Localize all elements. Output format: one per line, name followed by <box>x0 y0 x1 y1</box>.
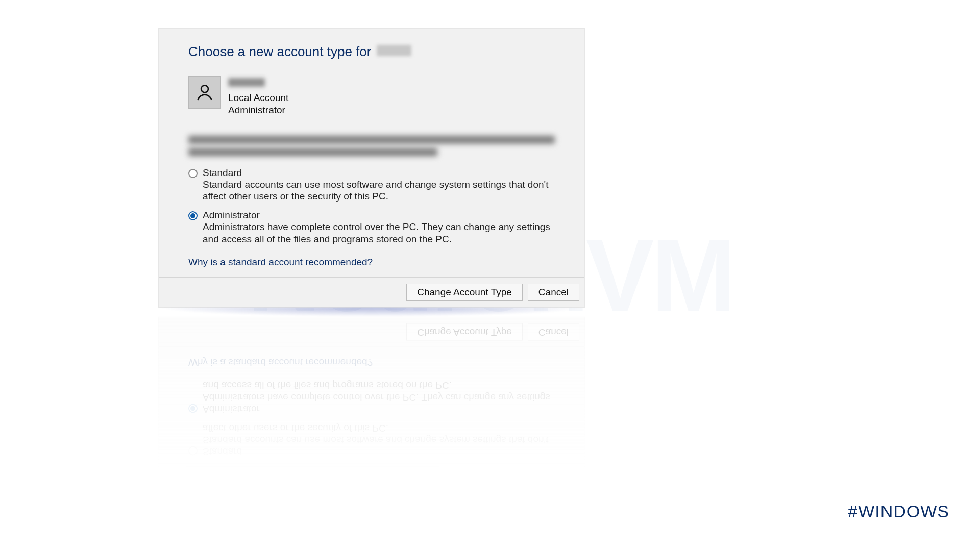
radio-administrator[interactable] <box>188 404 198 413</box>
option-standard[interactable]: Standard Standard accounts can use most … <box>188 421 555 457</box>
divider <box>159 347 584 347</box>
option-standard-label: Standard <box>203 446 555 457</box>
option-standard[interactable]: Standard Standard accounts can use most … <box>188 167 555 203</box>
redacted-description <box>188 136 555 156</box>
option-administrator-label: Administrator <box>203 210 555 221</box>
dialog-footer: Change Account Type Cancel <box>159 278 584 307</box>
option-standard-description: Standard accounts can use most software … <box>203 179 555 203</box>
account-role-label: Administrator <box>228 104 288 116</box>
account-summary: Local Account Administrator <box>188 76 555 116</box>
option-standard-label: Standard <box>203 167 555 179</box>
cancel-button[interactable]: Cancel <box>528 284 579 301</box>
change-account-type-button[interactable]: Change Account Type <box>406 284 523 301</box>
dialog-reflection: Choose a new account type for Local Acco… <box>158 317 585 552</box>
why-standard-link[interactable]: Why is a standard account recommended? <box>188 357 555 368</box>
radio-standard[interactable] <box>188 169 198 178</box>
person-icon <box>194 82 215 103</box>
hashtag: #WINDOWS <box>848 502 949 521</box>
radio-standard[interactable] <box>188 446 198 456</box>
avatar <box>188 515 221 548</box>
account-type-options: Standard Standard accounts can use most … <box>188 167 555 245</box>
account-summary: Local Account Administrator <box>188 508 555 548</box>
account-type-label: Local Account <box>228 92 288 104</box>
person-icon <box>194 521 215 542</box>
svg-point-1 <box>201 532 208 539</box>
page-title: Choose a new account type for <box>188 44 555 60</box>
option-standard-description: Standard accounts can use most software … <box>203 421 555 446</box>
redacted-username <box>228 78 265 87</box>
option-administrator[interactable]: Administrator Administrators have comple… <box>188 210 555 245</box>
radio-administrator[interactable] <box>188 211 198 220</box>
option-administrator-label: Administrator <box>203 403 555 414</box>
option-administrator[interactable]: Administrator Administrators have comple… <box>188 379 555 415</box>
redacted-username-title <box>377 45 411 56</box>
account-type-label: Local Account <box>228 520 288 532</box>
redacted-username <box>228 537 265 546</box>
title-text: Choose a new account type for <box>188 44 371 59</box>
option-administrator-description: Administrators have complete control ove… <box>203 379 555 404</box>
redacted-description <box>188 468 555 489</box>
account-type-options: Standard Standard accounts can use most … <box>188 379 555 457</box>
change-account-type-button[interactable]: Change Account Type <box>406 323 523 341</box>
change-account-type-dialog: Choose a new account type for Local Acco… <box>158 317 585 552</box>
svg-point-0 <box>201 85 208 92</box>
account-role-label: Administrator <box>228 508 288 520</box>
option-administrator-description: Administrators have complete control ove… <box>203 221 555 245</box>
dialog-shadow <box>158 308 585 317</box>
change-account-type-dialog: Choose a new account type for Local Acco… <box>158 28 585 308</box>
dialog-footer: Change Account Type Cancel <box>159 317 584 347</box>
cancel-button[interactable]: Cancel <box>528 323 579 341</box>
avatar <box>188 76 221 109</box>
why-standard-link[interactable]: Why is a standard account recommended? <box>188 257 555 268</box>
